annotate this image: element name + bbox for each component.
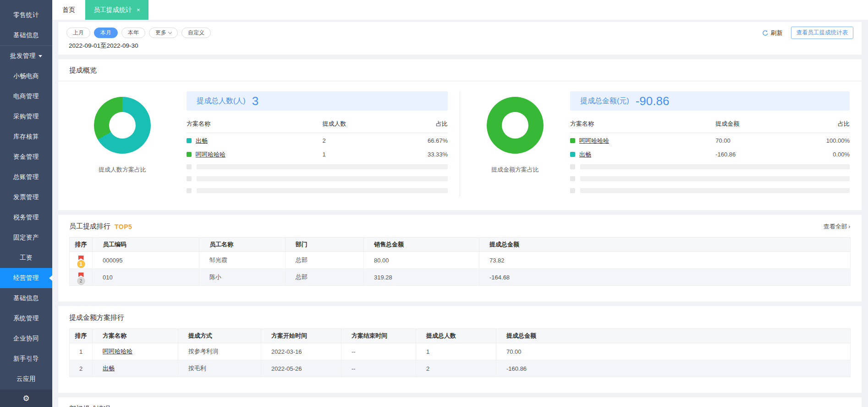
sidebar-item-collaboration[interactable]: 企业协同: [0, 329, 52, 349]
sidebar-item-xiaochang-ecom[interactable]: 小畅电商: [0, 66, 52, 86]
sidebar-item-basic-info[interactable]: 基础信息: [0, 25, 52, 45]
column-header: 部门: [286, 238, 364, 252]
sidebar-item-retail-stats[interactable]: 零售统计: [0, 5, 52, 25]
legend-swatch: [187, 138, 192, 143]
filter-custom[interactable]: 自定义: [181, 28, 211, 38]
table-header-row: 排序 方案名称 提成方式 方案开始时间 方案结束时间 提成总人数 提成总金额: [70, 329, 851, 343]
sidebar-item-tax[interactable]: 税务管理: [0, 207, 52, 228]
stat-band-total-people: 提成总人数(人) 3: [187, 91, 448, 111]
skeleton-row: [570, 173, 850, 184]
section-title-department: 部门提成情况: [69, 405, 110, 407]
column-header: 销售总金额: [364, 238, 479, 252]
gear-icon: ⚙: [22, 394, 29, 403]
refresh-icon: [762, 30, 769, 36]
cell-total-sales: 80.00: [364, 252, 479, 269]
cell-total-commission: 73.82: [479, 252, 851, 269]
cell-total-commission: -164.68: [479, 269, 851, 286]
tab-employee-commission-stats[interactable]: 员工提成统计 ×: [85, 0, 148, 20]
commission-count-donut-chart[interactable]: [94, 97, 151, 154]
section-title-employee-ranking: 员工提成排行: [69, 222, 110, 231]
section-title-plan-ranking: 提成金额方案排行: [69, 313, 124, 322]
sidebar-item-invoices[interactable]: 发票管理: [0, 187, 52, 207]
sidebar-item-wholesale[interactable]: 批发管理: [0, 46, 52, 66]
sidebar-item-funds[interactable]: 资金管理: [0, 147, 52, 167]
column-header: 方案名称: [93, 329, 178, 343]
skeleton-bar: [197, 176, 448, 181]
skeleton-bar: [197, 164, 448, 169]
skeleton-row: [570, 161, 850, 173]
mini-table-header: 方案名称 提成人数 占比: [187, 120, 448, 133]
plan-ranking-card: 提成金额方案排行 排序 方案名称 提成方式 方案开始时间 方案结束时间 提成总人…: [58, 306, 862, 393]
cell-end-date: --: [341, 343, 416, 360]
sidebar-item-purchasing[interactable]: 采购管理: [0, 106, 52, 127]
filter-last-month[interactable]: 上月: [66, 28, 90, 38]
sidebar-item-general-ledger[interactable]: 总账管理: [0, 167, 52, 187]
skeleton-row: [187, 173, 448, 184]
skeleton-swatch: [187, 164, 192, 169]
list-item: 出畅 -160.86 0.00%: [570, 148, 850, 161]
column-header: 方案结束时间: [341, 329, 416, 343]
column-header: 排序: [70, 329, 93, 343]
filter-more-dropdown[interactable]: 更多: [149, 28, 178, 38]
sidebar-item-basic-info-2[interactable]: 基础信息: [0, 288, 52, 308]
date-range-text: 2022-09-01至2022-09-30: [66, 42, 853, 50]
sidebar-item-payroll[interactable]: 工资: [0, 248, 52, 268]
sidebar-item-cloud-apps[interactable]: 云应用: [0, 369, 52, 389]
sidebar-item-ecommerce[interactable]: 电商管理: [0, 86, 52, 106]
skeleton-row: [187, 161, 448, 173]
close-icon[interactable]: ×: [137, 7, 140, 13]
tab-home[interactable]: 首页: [52, 0, 85, 20]
cell-rank: 1: [70, 343, 93, 360]
plan-link[interactable]: 出畅: [103, 365, 115, 372]
department-commission-card: 部门提成情况 序号 部门名称 提成方式 方案开始时间 方案结束时间 参与提成人数…: [58, 397, 862, 407]
list-item: 出畅 2 66.67%: [187, 134, 448, 147]
chevron-right-icon: ›: [848, 223, 851, 230]
sidebar-item-operations-active[interactable]: 经营管理: [0, 268, 52, 288]
plan-link[interactable]: 出畅: [579, 151, 591, 159]
filter-this-month[interactable]: 本月: [94, 28, 118, 38]
filter-this-year[interactable]: 本年: [121, 28, 145, 38]
cell-employee-name: 邹光霞: [199, 252, 286, 269]
plan-link[interactable]: 呵呵哈哈哈: [579, 137, 609, 145]
skeleton-row: [187, 184, 448, 196]
cell-total-amount: 70.00: [496, 343, 851, 360]
table-row: 2 出畅 按毛利 2022-05-26 -- 2 -160.86: [70, 360, 851, 377]
plan-link[interactable]: 出畅: [196, 137, 208, 145]
commission-amount-donut-chart[interactable]: [487, 97, 544, 154]
cell-department: 总部: [286, 269, 364, 286]
column-header: 员工编码: [93, 238, 199, 252]
plan-ranking-table: 排序 方案名称 提成方式 方案开始时间 方案结束时间 提成总人数 提成总金额 1: [69, 329, 851, 377]
view-commission-report-button[interactable]: 查看员工提成统计表: [791, 27, 854, 39]
skeleton-bar: [197, 188, 448, 193]
column-header: 员工名称: [199, 238, 286, 252]
cell-employee-name: 陈小: [199, 269, 286, 286]
skeleton-swatch: [570, 188, 575, 193]
sidebar-item-fixed-assets[interactable]: 固定资产: [0, 228, 52, 248]
sidebar-item-inventory[interactable]: 库存核算: [0, 127, 52, 147]
cell-department: 总部: [286, 252, 364, 269]
cell-method: 按参考利润: [178, 343, 261, 360]
stat-band-total-amount: 提成总金额(元) -90.86: [570, 91, 850, 111]
table-header-row: 排序 员工编码 员工名称 部门 销售总金额 提成总金额: [70, 238, 851, 252]
cell-total-amount: -160.86: [496, 360, 851, 377]
cell-employee-code: 000095: [93, 252, 199, 269]
column-header: 提成方式: [178, 329, 261, 343]
cell-total-people: 2: [416, 360, 496, 377]
page-content: 上月 本月 本年 更多 自定义 刷新 查看员工提成统计表: [52, 20, 868, 407]
sidebar-item-beginner-guide[interactable]: 新手引导: [0, 349, 52, 369]
legend-swatch: [187, 152, 192, 157]
plan-link[interactable]: 呵呵哈哈哈: [103, 348, 132, 355]
main-area: 首页 员工提成统计 × 上月 本月 本年 更多 自定义: [52, 0, 868, 407]
skeleton-swatch: [187, 176, 192, 181]
sidebar-settings-button[interactable]: ⚙: [0, 390, 52, 407]
refresh-button[interactable]: 刷新: [762, 29, 783, 37]
legend-swatch: [570, 152, 575, 157]
plan-link[interactable]: 呵呵哈哈哈: [196, 151, 225, 159]
view-all-link[interactable]: 查看全部›: [824, 223, 851, 231]
stat-value: 3: [252, 94, 258, 108]
sidebar-item-system[interactable]: 系统管理: [0, 308, 52, 329]
list-item: 呵呵哈哈哈 1 33.33%: [187, 148, 448, 161]
cell-total-people: 1: [416, 343, 496, 360]
mini-table-header: 方案名称 提成金额 占比: [570, 120, 850, 133]
cell-total-sales: 319.28: [364, 269, 479, 286]
